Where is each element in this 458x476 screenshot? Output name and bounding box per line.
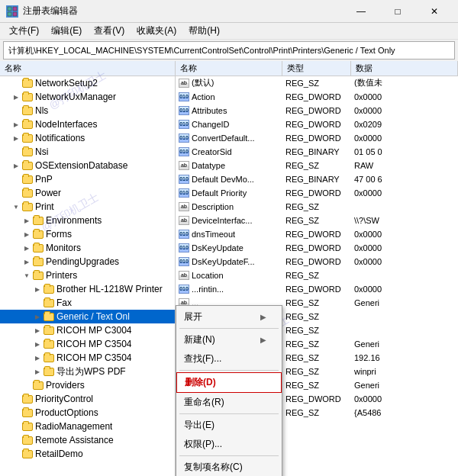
registry-row[interactable]: abLocation REG_SZ — [176, 269, 458, 282]
minimize-button[interactable]: — — [344, 0, 379, 23]
tree-item[interactable]: ▼ Printers — [0, 269, 175, 282]
registry-row[interactable]: 010Attributes REG_DWORD 0x0000 — [176, 104, 458, 117]
maximize-button[interactable]: □ — [380, 0, 415, 23]
tree-item[interactable]: ▶ RICOH MP C3504 — [0, 351, 175, 365]
registry-row[interactable]: 010DsKeyUpdate REG_DWORD 0x0000 — [176, 241, 458, 255]
close-button[interactable]: ✕ — [417, 0, 452, 23]
folder-icon — [43, 366, 55, 377]
reg-type-cell: REG_SZ — [282, 326, 351, 335]
tree-item[interactable]: PriorityControl — [0, 392, 175, 406]
menu-item-查看(V)[interactable]: 查看(V) — [88, 23, 131, 39]
ctx-delete[interactable]: 删除(D) — [176, 372, 282, 393]
tree-item[interactable]: ▶ Monitors — [0, 241, 175, 255]
folder-icon — [43, 284, 55, 294]
menu-item-帮助(H)[interactable]: 帮助(H) — [182, 23, 226, 39]
reg-name: Description — [192, 202, 234, 211]
reg-name-cell: 010DsKeyUpdateF... — [176, 257, 282, 266]
registry-row[interactable]: 010Default Priority REG_DWORD 0x0000 — [176, 186, 458, 200]
registry-row[interactable]: 010ConvertDefault... REG_DWORD 0x0000 — [176, 131, 458, 145]
tree-item[interactable]: ▶ RICOH MP C3504 — [0, 337, 175, 351]
registry-row[interactable]: abDatatype REG_SZ RAW — [176, 159, 458, 172]
tree-body[interactable]: NetworkSetup2 ▶ NetworkUxManager Nls ▶ N… — [0, 76, 175, 476]
registry-row[interactable]: 010dnsTimeout REG_DWORD 0x0000 — [176, 227, 458, 241]
context-menu[interactable]: 展开▶新建(N)▶查找(F)...删除(D)重命名(R)导出(E)权限(P)..… — [176, 305, 282, 476]
tree-item[interactable]: Nls — [0, 104, 175, 117]
tree-item[interactable]: ProductOptions — [0, 406, 175, 420]
col-header-type: 类型 — [282, 61, 351, 76]
tree-item[interactable]: ▶ Forms — [0, 227, 175, 241]
reg-name: Action — [192, 92, 215, 101]
registry-row[interactable]: 010Action REG_DWORD 0x0000 — [176, 90, 458, 104]
folder-icon — [21, 435, 34, 445]
tree-arrow-icon: ▶ — [32, 352, 43, 363]
tree-item[interactable]: RetailDemo — [0, 447, 175, 461]
folder-icon — [21, 119, 34, 130]
tree-item[interactable]: NetworkSetup2 — [0, 76, 175, 90]
folder-icon — [32, 256, 44, 267]
tree-item[interactable]: Providers — [0, 378, 175, 392]
ctx-rename-label: 重命名(R) — [184, 396, 224, 409]
menu-item-收藏夹(A)[interactable]: 收藏夹(A) — [131, 23, 182, 39]
reg-data-cell: Generi — [351, 298, 458, 307]
tree-item[interactable]: ▶ RICOH MP C3004 — [0, 323, 175, 337]
registry-row[interactable]: 010Default DevMo... REG_BINARY 47 00 6 — [176, 172, 458, 186]
tree-item[interactable]: ▶ Notifications — [0, 131, 175, 145]
tree-item-label: NodeInterfaces — [35, 119, 97, 130]
ctx-copy-name[interactable]: 复制项名称(C) — [176, 458, 282, 476]
ctx-delete-label: 删除(D) — [185, 376, 216, 389]
tree-item[interactable]: ▼ Print — [0, 200, 175, 214]
tree-item-label: PriorityControl — [35, 394, 93, 404]
window-controls[interactable]: — □ ✕ — [344, 0, 452, 23]
tree-item[interactable]: ▶ NodeInterfaces — [0, 117, 175, 131]
ctx-export[interactable]: 导出(E) — [176, 416, 282, 435]
ctx-new[interactable]: 新建(N)▶ — [176, 330, 282, 349]
tree-item[interactable]: RadioManagement — [0, 420, 175, 433]
registry-row[interactable]: 010DsKeyUpdateF... REG_DWORD 0x0000 — [176, 255, 458, 269]
tree-item[interactable]: Nsi — [0, 145, 175, 159]
menu-bar: 文件(F)编辑(E)查看(V)收藏夹(A)帮助(H) — [0, 23, 458, 40]
tree-item[interactable]: Power — [0, 186, 175, 200]
tree-item[interactable]: ▶ NetworkUxManager — [0, 90, 175, 104]
tree-item[interactable]: ▶ OSExtensionDatabase — [0, 159, 175, 172]
registry-row[interactable]: abDeviceInterfac... REG_SZ \\?\SW — [176, 214, 458, 227]
reg-name: dnsTimeout — [192, 230, 235, 239]
ctx-expand[interactable]: 展开▶ — [176, 307, 282, 326]
ctx-find[interactable]: 查找(F)... — [176, 349, 282, 368]
tree-item-label: Nsi — [35, 146, 48, 157]
registry-row[interactable]: 010CreatorSid REG_BINARY 01 05 0 — [176, 145, 458, 159]
tree-item[interactable]: Fax — [0, 296, 175, 310]
reg-name: Default DevMo... — [192, 175, 254, 184]
reg-data-cell: 0x0000 — [351, 394, 458, 404]
reg-type-cell: REG_DWORD — [282, 133, 351, 143]
ctx-permissions[interactable]: 权限(P)... — [176, 435, 282, 454]
tree-item[interactable]: ▶ Brother HL-1218W Printer — [0, 282, 175, 296]
menu-item-文件(F)[interactable]: 文件(F) — [3, 23, 45, 39]
tree-arrow-icon: ▶ — [32, 325, 43, 336]
reg-icon-dword: 010 — [179, 147, 189, 156]
reg-type-cell: REG_DWORD — [282, 257, 351, 266]
address-bar: 计算机\HKEY_LOCAL_MACHINE\SYSTEM\CurrentCon… — [3, 41, 455, 60]
tree-item[interactable]: ▶ PendingUpgrades — [0, 255, 175, 269]
reg-icon-dword: 010 — [179, 133, 189, 143]
reg-name: (默认) — [192, 77, 214, 88]
reg-icon-dword: 010 — [179, 188, 189, 198]
svg-rect-2 — [8, 12, 11, 16]
tree-item[interactable]: ▶ 导出为WPS PDF — [0, 365, 175, 378]
tree-item[interactable]: ▶ Generic / Text Onl — [0, 310, 175, 323]
folder-icon — [21, 421, 34, 432]
tree-header: 名称 — [0, 61, 175, 76]
tree-item[interactable]: ▶ Environments — [0, 214, 175, 227]
tree-item[interactable]: PnP — [0, 172, 175, 186]
registry-row[interactable]: abDescription REG_SZ — [176, 200, 458, 214]
registry-row[interactable]: ab(默认) REG_SZ (数值未 — [176, 76, 458, 90]
tree-item-label: Monitors — [46, 243, 81, 253]
reg-name-cell: 010ChangeID — [176, 120, 282, 129]
registry-row[interactable]: 010...rintin... REG_DWORD 0x0000 — [176, 282, 458, 296]
reg-name: Attributes — [192, 106, 227, 115]
tree-header-label: 名称 — [5, 63, 21, 74]
reg-data-cell: 0x0000 — [351, 106, 458, 115]
ctx-rename[interactable]: 重命名(R) — [176, 393, 282, 412]
registry-row[interactable]: 010ChangeID REG_DWORD 0x0209 — [176, 117, 458, 131]
tree-item[interactable]: Remote Assistance — [0, 433, 175, 447]
menu-item-编辑(E)[interactable]: 编辑(E) — [45, 23, 88, 39]
